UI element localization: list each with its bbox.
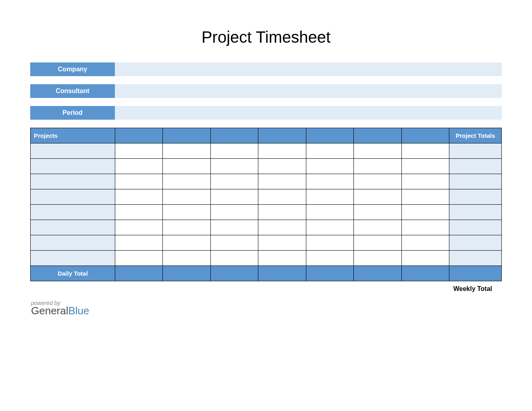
hours-cell[interactable] — [306, 251, 353, 266]
period-input[interactable] — [115, 106, 502, 120]
header-day-4[interactable] — [258, 128, 306, 143]
project-name-cell[interactable] — [31, 159, 115, 174]
header-day-7[interactable] — [401, 128, 449, 143]
hours-cell[interactable] — [258, 174, 306, 189]
hours-cell[interactable] — [210, 143, 258, 159]
hours-cell[interactable] — [115, 205, 163, 220]
hours-cell[interactable] — [115, 220, 163, 235]
header-day-5[interactable] — [306, 128, 353, 143]
project-name-cell[interactable] — [31, 235, 115, 251]
hours-cell[interactable] — [354, 251, 401, 266]
hours-cell[interactable] — [354, 220, 401, 235]
hours-cell[interactable] — [210, 189, 258, 205]
table-row — [31, 174, 502, 189]
hours-cell[interactable] — [258, 205, 306, 220]
hours-cell[interactable] — [163, 174, 210, 189]
daily-total-row: Daily Total — [31, 266, 502, 281]
hours-cell[interactable] — [306, 159, 353, 174]
header-day-3[interactable] — [210, 128, 258, 143]
hours-cell[interactable] — [354, 159, 401, 174]
hours-cell[interactable] — [401, 251, 449, 266]
hours-cell[interactable] — [354, 235, 401, 251]
project-total-cell — [449, 159, 502, 174]
weekly-total-label: Weekly Total — [30, 285, 502, 293]
hours-cell[interactable] — [258, 235, 306, 251]
company-label: Company — [30, 62, 115, 76]
daily-total-2 — [163, 266, 210, 281]
hours-cell[interactable] — [258, 189, 306, 205]
hours-cell[interactable] — [354, 205, 401, 220]
project-total-cell — [449, 205, 502, 220]
daily-total-1 — [115, 266, 163, 281]
hours-cell[interactable] — [163, 220, 210, 235]
hours-cell[interactable] — [115, 143, 163, 159]
hours-cell[interactable] — [258, 251, 306, 266]
consultant-input[interactable] — [115, 84, 502, 98]
table-header-row: Projects Project Totals — [31, 128, 502, 143]
project-name-cell[interactable] — [31, 205, 115, 220]
hours-cell[interactable] — [163, 205, 210, 220]
hours-cell[interactable] — [210, 205, 258, 220]
consultant-row: Consultant — [30, 84, 502, 98]
hours-cell[interactable] — [306, 205, 353, 220]
hours-cell[interactable] — [306, 189, 353, 205]
header-day-1[interactable] — [115, 128, 163, 143]
hours-cell[interactable] — [258, 143, 306, 159]
page-title: Project Timesheet — [30, 28, 502, 46]
hours-cell[interactable] — [115, 159, 163, 174]
header-totals: Project Totals — [449, 128, 502, 143]
company-input[interactable] — [115, 62, 502, 76]
project-total-cell — [449, 143, 502, 159]
hours-cell[interactable] — [306, 143, 353, 159]
footer-brand: powered by GeneralBlue — [31, 300, 502, 317]
hours-cell[interactable] — [401, 220, 449, 235]
hours-cell[interactable] — [210, 251, 258, 266]
hours-cell[interactable] — [258, 159, 306, 174]
hours-cell[interactable] — [115, 189, 163, 205]
header-day-2[interactable] — [163, 128, 210, 143]
project-name-cell[interactable] — [31, 251, 115, 266]
hours-cell[interactable] — [306, 174, 353, 189]
project-name-cell[interactable] — [31, 174, 115, 189]
table-row — [31, 205, 502, 220]
hours-cell[interactable] — [115, 235, 163, 251]
hours-cell[interactable] — [401, 143, 449, 159]
hours-cell[interactable] — [306, 220, 353, 235]
hours-cell[interactable] — [354, 174, 401, 189]
project-name-cell[interactable] — [31, 220, 115, 235]
hours-cell[interactable] — [306, 235, 353, 251]
project-total-cell — [449, 251, 502, 266]
daily-total-label: Daily Total — [31, 266, 115, 281]
header-day-6[interactable] — [354, 128, 401, 143]
hours-cell[interactable] — [210, 159, 258, 174]
hours-cell[interactable] — [163, 189, 210, 205]
hours-cell[interactable] — [210, 235, 258, 251]
table-row — [31, 220, 502, 235]
hours-cell[interactable] — [115, 251, 163, 266]
project-total-cell — [449, 235, 502, 251]
hours-cell[interactable] — [354, 143, 401, 159]
project-total-cell — [449, 174, 502, 189]
hours-cell[interactable] — [401, 159, 449, 174]
hours-cell[interactable] — [401, 205, 449, 220]
period-label: Period — [30, 106, 115, 120]
daily-total-5 — [306, 266, 353, 281]
hours-cell[interactable] — [163, 251, 210, 266]
timesheet-table: Projects Project Totals Daily Total — [30, 128, 502, 281]
hours-cell[interactable] — [401, 174, 449, 189]
hours-cell[interactable] — [115, 174, 163, 189]
hours-cell[interactable] — [258, 220, 306, 235]
info-section: Company Consultant Period — [30, 62, 502, 120]
hours-cell[interactable] — [354, 189, 401, 205]
hours-cell[interactable] — [210, 220, 258, 235]
hours-cell[interactable] — [401, 235, 449, 251]
hours-cell[interactable] — [163, 143, 210, 159]
hours-cell[interactable] — [163, 235, 210, 251]
hours-cell[interactable] — [401, 189, 449, 205]
daily-total-7 — [401, 266, 449, 281]
header-projects: Projects — [31, 128, 115, 143]
hours-cell[interactable] — [210, 174, 258, 189]
project-name-cell[interactable] — [31, 143, 115, 159]
hours-cell[interactable] — [163, 159, 210, 174]
project-name-cell[interactable] — [31, 189, 115, 205]
